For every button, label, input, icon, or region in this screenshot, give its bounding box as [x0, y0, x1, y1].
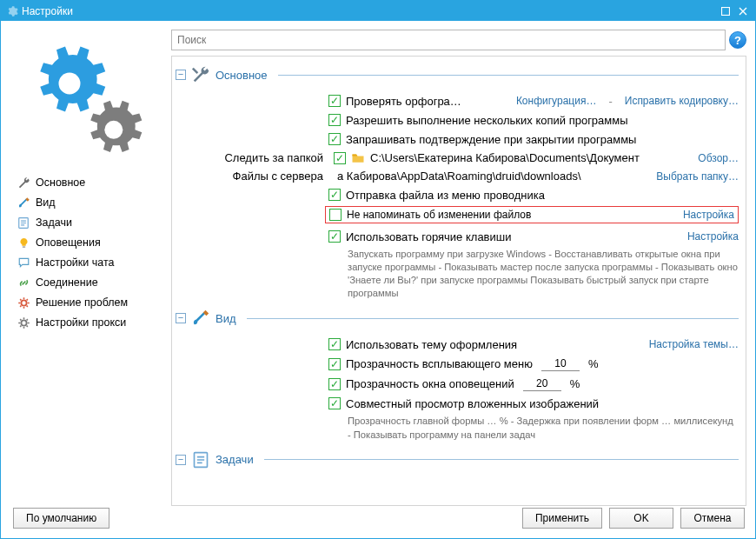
- view-sub-options: Прозрачность главной формы … % - Задержк…: [328, 413, 739, 446]
- left-panel: Основное Вид Задачи Оповещения Настройки…: [13, 30, 161, 506]
- opt-send: Отправка файла из меню проводника: [346, 189, 545, 202]
- default-button[interactable]: По умолчанию: [13, 508, 109, 529]
- section-title: Задачи: [216, 453, 254, 466]
- close-button[interactable]: [734, 3, 752, 19]
- gear-warn-icon: [17, 296, 30, 309]
- checkbox-spell[interactable]: [328, 95, 341, 107]
- opt-multi: Разрешить выполнение нескольких копий пр…: [346, 114, 628, 127]
- nav-item-alerts[interactable]: Оповещения: [17, 234, 161, 251]
- nav-item-chat[interactable]: Настройки чата: [17, 254, 161, 271]
- link-noremind-cfg[interactable]: Настройка: [676, 209, 734, 221]
- svg-point-1: [59, 73, 81, 95]
- wrench-icon: [17, 176, 30, 190]
- input-notif-trans[interactable]: [523, 376, 561, 391]
- section-header-main: − Основное: [176, 65, 739, 84]
- bulb-icon: [17, 236, 30, 250]
- link-fixenc[interactable]: Исправить кодировку…: [625, 95, 739, 108]
- note-icon: [17, 216, 30, 230]
- checkbox-hotkeys[interactable]: [328, 230, 341, 243]
- checkbox-multi[interactable]: [328, 114, 341, 126]
- opt-confirm: Запрашивать подтверждение при закрытии п…: [346, 133, 636, 146]
- nav-label: Решение проблем: [36, 296, 128, 309]
- svg-point-2: [104, 121, 123, 139]
- svg-point-6: [21, 320, 26, 325]
- footer: По умолчанию Применить OK Отмена: [1, 506, 755, 539]
- section-title: Вид: [216, 312, 236, 325]
- link-hotkeys-cfg[interactable]: Настройка: [680, 230, 739, 243]
- gears-illustration: [13, 30, 161, 172]
- note-section-icon: [191, 450, 210, 469]
- nav-label: Вид: [36, 196, 56, 209]
- section-header-view: − Вид: [176, 309, 739, 328]
- nav-label: Соединение: [36, 276, 98, 289]
- maximize-button[interactable]: [717, 3, 734, 19]
- opt-nested: Совместный просмотр вложенных изображени…: [346, 397, 599, 410]
- server-path: а Кабирова\AppData\Roaming\druid\downloa…: [334, 170, 651, 183]
- nav-label: Настройки прокси: [36, 316, 126, 329]
- opt-noremind: Не напоминать об изменении файлов: [347, 209, 531, 221]
- collapse-toggle[interactable]: −: [176, 313, 186, 323]
- main-sub-options: Запускать программу при загрузке Windows…: [328, 246, 739, 305]
- checkbox-popup-trans[interactable]: [328, 358, 341, 370]
- opt-hotkeys: Использовать горячие клавиши: [346, 230, 511, 243]
- settings-scroll[interactable]: − Основное: [171, 56, 746, 506]
- label-watch-folder: Следить за папкой: [202, 151, 328, 164]
- nav-item-troubleshoot[interactable]: Решение проблем: [17, 294, 161, 311]
- checkbox-confirm[interactable]: [328, 133, 341, 145]
- gear-icon: [17, 316, 30, 329]
- opt-notif-trans: Прозрачность окна оповещений: [346, 377, 514, 390]
- folder-icon: [351, 152, 365, 164]
- ok-button[interactable]: OK: [609, 508, 673, 529]
- opt-popup-trans: Прозрачность всплывающего меню: [346, 357, 533, 370]
- svg-rect-0: [722, 7, 730, 15]
- pct-label: %: [588, 357, 599, 370]
- link-icon: [17, 276, 30, 289]
- checkbox-watch[interactable]: [334, 152, 346, 164]
- window-title: Настройки: [22, 5, 73, 17]
- nav-label: Настройки чата: [36, 256, 115, 269]
- help-button[interactable]: ?: [729, 31, 746, 49]
- watch-path: C:\Users\Екатерина Кабирова\Documents\До…: [370, 151, 693, 164]
- highlighted-option: Не напоминать об изменении файлов Настро…: [325, 206, 739, 223]
- label-server-files: Файлы с сервера: [202, 170, 328, 183]
- app-icon: [6, 5, 18, 17]
- browse-server[interactable]: Выбрать папку…: [656, 170, 739, 183]
- nav-label: Оповещения: [36, 236, 101, 249]
- nav-label: Задачи: [36, 216, 72, 229]
- svg-point-5: [21, 300, 26, 305]
- pct-label: %: [570, 377, 580, 390]
- collapse-toggle[interactable]: −: [176, 70, 186, 80]
- opt-theme: Использовать тему оформления: [346, 338, 517, 351]
- svg-rect-4: [22, 246, 24, 248]
- nav-label: Основное: [36, 176, 85, 189]
- cancel-button[interactable]: Отмена: [680, 508, 745, 529]
- nav-item-conn[interactable]: Соединение: [17, 274, 161, 291]
- settings-window: Настройки Основное Вид Задачи Оповещения: [0, 0, 756, 539]
- search-input[interactable]: [171, 30, 726, 50]
- tools-icon: [191, 65, 210, 84]
- checkbox-notif-trans[interactable]: [328, 378, 341, 390]
- apply-button[interactable]: Применить: [522, 508, 602, 529]
- brush-icon: [17, 196, 30, 210]
- link-theme-cfg[interactable]: Настройка темы…: [642, 338, 739, 350]
- right-panel: ? − Основное: [171, 30, 746, 506]
- nav-item-view[interactable]: Вид: [17, 194, 161, 211]
- checkbox-nested[interactable]: [328, 397, 341, 409]
- input-popup-trans[interactable]: [541, 356, 580, 371]
- section-header-tasks: − Задачи: [176, 450, 739, 469]
- nav-item-main[interactable]: Основное: [17, 174, 161, 191]
- browse-watch[interactable]: Обзор…: [698, 152, 739, 164]
- chat-icon: [17, 256, 30, 270]
- nav-item-proxy[interactable]: Настройки прокси: [17, 314, 161, 331]
- collapse-toggle[interactable]: −: [176, 455, 186, 465]
- nav-item-tasks[interactable]: Задачи: [17, 214, 161, 231]
- brush-section-icon: [191, 309, 210, 328]
- link-config[interactable]: Конфигурация…: [516, 95, 597, 108]
- titlebar: Настройки: [1, 1, 755, 21]
- checkbox-noremind[interactable]: [329, 209, 342, 221]
- nav-list: Основное Вид Задачи Оповещения Настройки…: [13, 172, 161, 331]
- opt-spell: Проверять орфогра…: [346, 95, 461, 108]
- checkbox-theme[interactable]: [328, 338, 341, 350]
- checkbox-send[interactable]: [328, 189, 341, 201]
- content-area: Основное Вид Задачи Оповещения Настройки…: [1, 21, 755, 506]
